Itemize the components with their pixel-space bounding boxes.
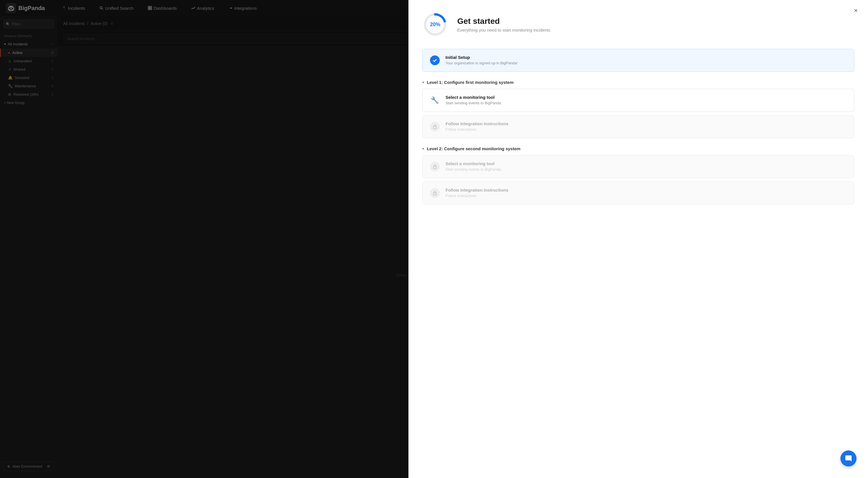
level1-step2-content: Follow Integration Instructions Follow i… — [445, 121, 508, 131]
level1-step1-title: Select a monitoring tool — [445, 95, 502, 100]
panel-subtitle: Everything you need to start monitoring … — [457, 28, 550, 32]
level1-step2-title: Follow Integration Instructions — [445, 121, 508, 126]
panel-title: Get started — [457, 17, 550, 26]
progress-percentage: 20% — [430, 22, 440, 28]
level2-step2-card: Follow Integration Instructions Follow i… — [422, 182, 854, 205]
level1-header[interactable]: ▾ Level 1: Configure first monitoring sy… — [422, 80, 854, 85]
svg-rect-9 — [433, 193, 436, 195]
progress-ring: 20% — [422, 11, 448, 37]
level1-chevron-icon: ▾ — [422, 81, 424, 85]
level2-header[interactable]: ▾ Level 2: Configure second monitoring s… — [422, 146, 854, 151]
level2-step1-content: Select a monitoring tool Start sending e… — [445, 161, 502, 172]
level1-heading: Level 1: Configure first monitoring syst… — [427, 80, 514, 85]
svg-rect-8 — [433, 166, 436, 169]
initial-setup-card[interactable]: Initial Setup Your organization is signe… — [422, 49, 854, 72]
level1-step1-content: Select a monitoring tool Start sending e… — [445, 95, 502, 105]
chat-support-button[interactable] — [840, 450, 857, 467]
level2-step2-lock-icon — [429, 187, 440, 199]
get-started-panel: × 20% Get started Everything you need to… — [408, 0, 868, 478]
level2-step1-desc: Start sending events to BigPanda. — [445, 167, 502, 172]
level2-step2-title: Follow Integration Instructions — [445, 187, 508, 192]
level1-lock-icon — [429, 121, 440, 132]
monitoring-tool-icon: 🔧 — [429, 95, 440, 106]
level2-step2-content: Follow Integration Instructions Follow i… — [445, 187, 508, 198]
level2-step1-title: Select a monitoring tool — [445, 161, 502, 166]
level1-step2-card: Follow Integration Instructions Follow i… — [422, 115, 854, 138]
close-button[interactable]: × — [854, 7, 858, 14]
svg-rect-7 — [433, 126, 436, 129]
level2-heading: Level 2: Configure second monitoring sys… — [427, 146, 521, 151]
level2-step2-desc: Follow instructions — [445, 193, 508, 198]
level1-step2-desc: Follow instructions — [445, 127, 508, 131]
level2-step1-lock-icon — [429, 161, 440, 172]
initial-setup-desc: Your organization is signed up in BigPan… — [445, 61, 518, 65]
initial-setup-title: Initial Setup — [445, 55, 518, 60]
level1-step1-card[interactable]: 🔧 Select a monitoring tool Start sending… — [422, 89, 854, 112]
level2-chevron-icon: ▾ — [422, 147, 424, 151]
initial-setup-content: Initial Setup Your organization is signe… — [445, 55, 518, 65]
panel-header: 20% Get started Everything you need to s… — [422, 11, 854, 37]
level2-step1-card: Select a monitoring tool Start sending e… — [422, 155, 854, 178]
level1-step1-desc: Start sending events to BigPanda. — [445, 101, 502, 105]
initial-setup-icon — [429, 55, 440, 66]
panel-title-block: Get started Everything you need to start… — [457, 17, 550, 32]
